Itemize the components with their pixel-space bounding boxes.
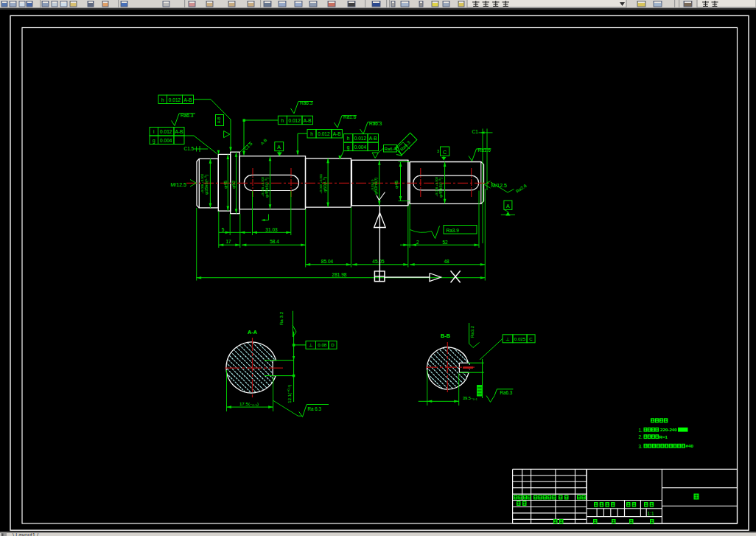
- svg-text:Ra 3.2: Ra 3.2: [279, 311, 284, 325]
- svg-text:0.08: 0.08: [318, 342, 327, 347]
- svg-text:A-B: A-B: [175, 129, 183, 134]
- svg-text:D: D: [331, 342, 335, 347]
- svg-text:+0.018 +0.002: +0.018 +0.002: [435, 176, 438, 197]
- svg-text:45.05: 45.05: [372, 259, 385, 264]
- svg-text:31.03: 31.03: [265, 227, 278, 232]
- svg-text:12.1(⁺⁰·²): 12.1(⁺⁰·²): [287, 384, 292, 403]
- svg-text:1:1: 1:1: [647, 511, 654, 516]
- svg-text:g: g: [347, 145, 350, 150]
- svg-text:52: 52: [442, 240, 448, 245]
- svg-text:0.012: 0.012: [160, 129, 172, 134]
- svg-text:φ52: φ52: [231, 180, 236, 188]
- svg-text:φ35k6(¹·⁵): φ35k6(¹·⁵): [204, 175, 209, 195]
- svg-text:φ45: φ45: [393, 180, 399, 188]
- svg-text:Ra 6.3: Ra 6.3: [308, 406, 322, 411]
- svg-text:A: A: [506, 203, 510, 209]
- svg-text:+0.018 +0.002: +0.018 +0.002: [261, 176, 265, 197]
- svg-text:φ45k6(¹·⁵): φ45k6(¹·⁵): [265, 178, 269, 198]
- svg-text:A-B: A-B: [184, 97, 192, 102]
- svg-text:0.025: 0.025: [514, 336, 526, 341]
- svg-text:Ra6.3: Ra6.3: [300, 100, 313, 105]
- svg-text:φ50(¹·⁵): φ50(¹·⁵): [323, 177, 327, 192]
- svg-text:R=1: R=1: [659, 434, 668, 439]
- svg-text:5: 5: [222, 227, 225, 232]
- svg-text:+0.018 +0.002: +0.018 +0.002: [200, 173, 204, 194]
- svg-text:A: A: [277, 145, 281, 150]
- svg-text:C: C: [529, 336, 533, 341]
- svg-text:17: 17: [225, 239, 231, 244]
- svg-text:C1: C1: [472, 129, 479, 134]
- svg-text:0.012: 0.012: [318, 131, 330, 136]
- svg-text:2: 2: [416, 240, 419, 245]
- svg-text:φ50h6(¹): φ50h6(¹): [374, 178, 378, 195]
- svg-text:M/12.5: M/12.5: [171, 182, 187, 187]
- svg-text:h: h: [347, 136, 350, 141]
- svg-text:17.5(₋₀.₅): 17.5(₋₀.₅): [239, 401, 259, 406]
- svg-text:Ra3.2: Ra3.2: [470, 325, 475, 338]
- svg-text:⊥: ⊥: [505, 336, 509, 341]
- svg-text:0.004: 0.004: [160, 138, 172, 143]
- svg-text:φ45k6(¹·⁵): φ45k6(¹·⁵): [438, 178, 443, 198]
- svg-text:220-240: 220-240: [660, 427, 677, 432]
- svg-text:C1.5: C1.5: [184, 146, 195, 151]
- svg-text:A-A: A-A: [248, 329, 257, 335]
- svg-text:2.: 2.: [639, 434, 643, 439]
- svg-text:39.5₋₀.₁: 39.5₋₀.₁: [463, 396, 477, 400]
- svg-text:\ Layout1 /: \ Layout1 /: [13, 532, 39, 536]
- svg-text:B-B: B-B: [441, 333, 450, 339]
- svg-text:48: 48: [444, 259, 449, 264]
- svg-text:⊥: ⊥: [309, 342, 312, 347]
- svg-text:0.012: 0.012: [354, 136, 367, 141]
- svg-text:Ra1.6: Ra1.6: [478, 147, 491, 153]
- svg-text:3.: 3.: [639, 444, 643, 449]
- svg-text:A-B: A-B: [217, 116, 221, 123]
- svg-text:Ra3.9: Ra3.9: [447, 228, 460, 233]
- svg-text:i: i: [153, 129, 154, 134]
- svg-text:h: h: [281, 118, 284, 123]
- svg-text:3: 3: [437, 149, 439, 153]
- svg-text:0.012: 0.012: [169, 97, 181, 102]
- svg-text:h: h: [161, 97, 164, 102]
- svg-text:A-B: A-B: [333, 131, 341, 136]
- svg-text:281.98: 281.98: [332, 272, 347, 277]
- svg-text:Ra6.3: Ra6.3: [369, 121, 382, 126]
- svg-text:Ra6.3: Ra6.3: [181, 113, 194, 118]
- svg-text:-0.034 0: -0.034 0: [371, 179, 374, 191]
- svg-text:#40: #40: [686, 443, 694, 448]
- svg-text:Ra6.3: Ra6.3: [500, 390, 513, 395]
- svg-text:85.04: 85.04: [321, 259, 334, 264]
- svg-text:φ45: φ45: [223, 180, 228, 188]
- svg-text:Ra6.4: Ra6.4: [385, 147, 396, 151]
- svg-text:0.004: 0.004: [354, 145, 367, 150]
- svg-text:Ra1.6: Ra1.6: [343, 114, 357, 119]
- svg-text:1.: 1.: [639, 428, 643, 433]
- svg-text:0.012: 0.012: [289, 118, 301, 123]
- svg-text:A-B: A-B: [304, 118, 312, 123]
- svg-text:g: g: [153, 138, 155, 144]
- svg-text:h: h: [310, 131, 313, 136]
- svg-text:58.4: 58.4: [270, 239, 279, 244]
- svg-text:A-B: A-B: [369, 136, 377, 141]
- svg-text:+0.030 +0.011: +0.030 +0.011: [319, 173, 323, 193]
- svg-text:C: C: [443, 150, 447, 155]
